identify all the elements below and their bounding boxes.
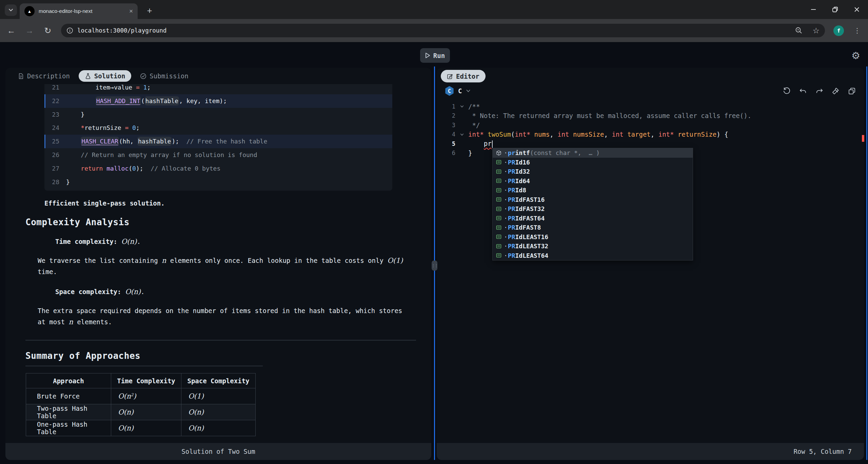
- chevron-down-icon[interactable]: [466, 89, 471, 93]
- suggestion-item[interactable]: ·PRIdLEAST16: [493, 232, 693, 242]
- tab-close-icon[interactable]: ×: [129, 7, 133, 15]
- zoom-indicator-icon[interactable]: [795, 26, 803, 35]
- tab-search-button[interactable]: [5, 4, 17, 16]
- col-time: Time Complexity: [111, 373, 181, 388]
- minimize-button[interactable]: [810, 6, 816, 13]
- editor-panel: Editor C C 1/** 2 * Note: The returned a…: [437, 68, 864, 460]
- run-button[interactable]: Run: [420, 48, 450, 63]
- panel-right-edge: [866, 66, 867, 460]
- redo-button[interactable]: [815, 87, 823, 95]
- tab-submission[interactable]: Submission: [137, 70, 192, 82]
- language-selector-label[interactable]: C: [458, 87, 462, 95]
- editor-line[interactable]: 4int* twoSum(int* nums, int numsSize, in…: [437, 130, 864, 139]
- tab-solution-label: Solution: [94, 72, 125, 80]
- suggestion-item[interactable]: ·PRIdLEAST32: [493, 241, 693, 251]
- editor-line[interactable]: 2 * Note: The returned array must be mal…: [437, 111, 864, 121]
- section-divider: [25, 340, 416, 341]
- function-icon: [495, 150, 502, 156]
- reset-button[interactable]: [783, 87, 791, 95]
- browser-tab-strip: ▲ monaco-editor-lsp-next × +: [0, 0, 868, 19]
- problem-tabs: Description Solution Submission: [5, 68, 431, 84]
- editor-status-bar: Row 5, Column 7: [437, 443, 864, 460]
- copy-button[interactable]: [848, 87, 856, 95]
- code-line: 27 return malloc(0); // Allocate 0 bytes: [44, 162, 392, 175]
- summary-table: Approach Time Complexity Space Complexit…: [26, 373, 256, 436]
- field-icon: [495, 244, 502, 249]
- fold-chevron-icon[interactable]: [455, 132, 468, 137]
- tab-editor[interactable]: Editor: [441, 70, 486, 82]
- editor-line-current[interactable]: 5 pr: [437, 139, 864, 149]
- tab-editor-label: Editor: [456, 73, 479, 80]
- suggestion-item[interactable]: ·PRId16: [493, 158, 693, 167]
- field-icon: [495, 197, 502, 202]
- suggestion-item[interactable]: ·PRIdFAST32: [493, 204, 693, 214]
- undo-button[interactable]: [799, 87, 807, 95]
- code-line-highlighted: 22 HASH_ADD_INT(hashTable, key, item);: [44, 94, 392, 108]
- editor-toolbar: C C: [437, 83, 864, 98]
- suggestion-item[interactable]: ·PRId64: [493, 176, 693, 186]
- time-complexity-item: Time complexity: O(n).: [55, 237, 431, 246]
- suggestion-item[interactable]: ·PRIdFAST8: [493, 223, 693, 232]
- c-language-icon: C: [445, 86, 454, 96]
- col-space: Space Complexity: [181, 373, 256, 388]
- field-icon: [495, 225, 502, 230]
- address-bar[interactable]: localhost:3000/playground ☆: [61, 24, 825, 37]
- space-complexity-paragraph: The extra space required depends on the …: [38, 305, 413, 328]
- browser-menu-icon[interactable]: ⋮: [853, 25, 861, 36]
- solution-content: 21 item→value = 1; 22 HASH_ADD_INT(hashT…: [5, 84, 431, 443]
- playground-page: Run ⚙ Description Solution Submission 21…: [0, 42, 868, 464]
- code-line: 23 }: [44, 108, 392, 121]
- suggestion-item-selected[interactable]: ·printf(const char *, … ): [493, 148, 693, 158]
- new-tab-button[interactable]: +: [144, 5, 155, 16]
- solution-code-block: 21 item→value = 1; 22 HASH_ADD_INT(hashT…: [44, 84, 392, 191]
- editor-line[interactable]: 3 */: [437, 120, 864, 130]
- field-icon: [495, 159, 502, 165]
- problem-status-bar: Solution of Two Sum: [5, 443, 431, 460]
- site-info-icon[interactable]: [66, 27, 73, 34]
- suggestion-item[interactable]: ·PRId32: [493, 167, 693, 176]
- close-button[interactable]: [854, 6, 860, 13]
- tab-title: monaco-editor-lsp-next: [39, 8, 126, 14]
- forward-button[interactable]: →: [24, 25, 35, 36]
- field-icon: [495, 188, 502, 193]
- field-icon: [495, 169, 502, 174]
- avatar[interactable]: f: [833, 25, 844, 36]
- table-row: One-pass Hash Table O(n) O(n): [26, 420, 256, 436]
- tab-solution[interactable]: Solution: [79, 70, 132, 82]
- suggestion-item[interactable]: ·PRIdFAST64: [493, 214, 693, 223]
- browser-tab[interactable]: ▲ monaco-editor-lsp-next ×: [20, 3, 138, 19]
- code-line: 26 // Return an empty array if no soluti…: [44, 148, 392, 162]
- heading-divider: [25, 366, 263, 366]
- check-circle-icon: [140, 73, 146, 79]
- back-button[interactable]: ←: [5, 25, 17, 36]
- flask-icon: [85, 73, 91, 79]
- editor-line[interactable]: 1/**: [437, 102, 864, 111]
- code-line: 28}: [44, 175, 392, 189]
- format-brush-button[interactable]: [831, 87, 840, 95]
- fold-chevron-icon[interactable]: [455, 104, 468, 109]
- document-icon: [18, 73, 24, 79]
- cursor-position: Row 5, Column 7: [793, 448, 852, 455]
- suggestion-item[interactable]: ·PRIdFAST16: [493, 195, 693, 205]
- restore-button[interactable]: [832, 6, 838, 13]
- tab-submission-label: Submission: [150, 72, 188, 80]
- reload-button[interactable]: ↻: [42, 25, 54, 36]
- field-icon: [495, 178, 502, 183]
- play-icon: [425, 53, 430, 58]
- settings-gear-icon[interactable]: ⚙: [850, 50, 862, 62]
- resize-grip-handle[interactable]: ⋮⋮: [432, 260, 437, 271]
- suggestion-item[interactable]: ·PRId8: [493, 186, 693, 195]
- summary-heading: Summary of Approaches: [25, 351, 431, 361]
- field-icon: [495, 253, 502, 258]
- bookmark-star-icon[interactable]: ☆: [812, 26, 820, 35]
- complexity-heading: Complexity Analysis: [25, 217, 431, 227]
- problem-title: Solution of Two Sum: [181, 448, 255, 455]
- field-icon: [495, 206, 502, 212]
- chevron-down-icon: [8, 8, 13, 13]
- autocomplete-widget: ·printf(const char *, … ) ·PRId16 ·PRId3…: [492, 148, 693, 260]
- url-text[interactable]: localhost:3000/playground: [77, 27, 795, 34]
- overview-ruler-error-marker: [862, 135, 864, 142]
- tab-description[interactable]: Description: [14, 70, 73, 82]
- suggestion-item[interactable]: ·PRIdLEAST64: [493, 251, 693, 260]
- code-line: 21 item→value = 1;: [44, 84, 392, 94]
